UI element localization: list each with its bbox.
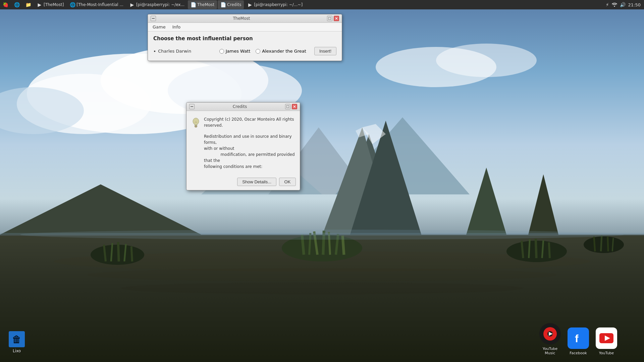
svg-rect-28 xyxy=(328,232,331,255)
browser-icon: 🌐 xyxy=(14,2,19,7)
taskbar-pi-terminal2[interactable]: ▶ [pi@raspberrypi: ~/...~] xyxy=(245,0,305,9)
svg-rect-60 xyxy=(195,127,197,127)
ok-button[interactable]: OK xyxy=(279,178,296,186)
taskbar-time: 21:50 xyxy=(628,2,641,7)
facebook-dock-icon[interactable]: f Facebook xyxy=(568,327,589,355)
taskbar-credits-window[interactable]: 📄 Credits xyxy=(218,0,244,9)
svg-rect-51 xyxy=(328,17,331,20)
svg-rect-39 xyxy=(528,239,531,258)
svg-rect-27 xyxy=(322,231,325,255)
volume-icon: 🔊 xyxy=(620,2,626,7)
credits-titlebar[interactable]: Credits xyxy=(186,103,300,111)
svg-marker-17 xyxy=(503,174,584,335)
svg-rect-54 xyxy=(191,106,193,107)
svg-rect-32 xyxy=(103,245,107,261)
youtube-dock-icon[interactable]: YouTube xyxy=(596,327,617,355)
radio-james-watt-input[interactable] xyxy=(219,49,224,54)
youtube-label: YouTube xyxy=(599,351,614,355)
svg-rect-24 xyxy=(301,235,305,255)
svg-rect-59 xyxy=(195,126,197,127)
credits-controls-right xyxy=(285,104,297,109)
facebook-label: Facebook xyxy=(570,351,587,355)
taskbar-themost-window[interactable]: 📄 TheMost xyxy=(188,0,217,9)
menu-info[interactable]: Info xyxy=(169,23,184,31)
taskbar-browser[interactable]: 🌐 xyxy=(11,0,22,9)
credits-body-text: Redistribution and use in source and bin… xyxy=(204,133,295,170)
credits-minimize-btn[interactable] xyxy=(189,104,195,109)
youtube-music-label: YouTubeMusic xyxy=(543,347,558,355)
svg-rect-38 xyxy=(521,241,524,258)
pi-terminal-icon: ▶ xyxy=(129,2,135,7)
taskbar-credits-window-label: Credits xyxy=(227,2,241,7)
svg-point-23 xyxy=(282,235,362,261)
themost-window-controls xyxy=(151,16,156,21)
svg-point-7 xyxy=(436,44,537,77)
svg-rect-35 xyxy=(123,244,127,261)
taskbar-files[interactable]: 📁 xyxy=(23,0,34,9)
taskbar-pi-terminal2-label: [pi@raspberrypi: ~/...~] xyxy=(254,2,303,7)
svg-rect-41 xyxy=(541,240,544,258)
taskbar-themost-browser[interactable]: 🌐 [The-Most-Influential ... xyxy=(67,0,126,9)
radio-alexander-input[interactable] xyxy=(256,49,260,54)
radio-alexander[interactable]: Alexander the Great xyxy=(256,49,306,54)
themost-window-controls-right xyxy=(327,16,339,21)
trash-desktop-icon[interactable]: 🗑 Lixo xyxy=(3,329,30,355)
taskbar-terminal1[interactable]: ▶ [TheMost] xyxy=(34,0,66,9)
svg-rect-48 xyxy=(0,233,644,236)
menu-game[interactable]: Game xyxy=(149,23,169,31)
wifi-icon xyxy=(612,2,617,8)
question-title: Choose the most influential person xyxy=(153,36,336,42)
radio-james-watt-label: James Watt xyxy=(226,49,251,54)
show-details-button[interactable]: Show Details... xyxy=(237,178,276,186)
svg-marker-16 xyxy=(436,168,537,335)
radio-james-watt[interactable]: James Watt xyxy=(219,49,251,54)
left-choice: • Charles Darwin xyxy=(153,49,191,54)
svg-marker-18 xyxy=(0,184,201,362)
themost-close-btn[interactable] xyxy=(334,16,339,21)
bluetooth-icon: ⚡ xyxy=(606,2,609,7)
svg-point-49 xyxy=(20,230,624,240)
taskbar-raspberry[interactable]: 🍓 xyxy=(0,0,11,9)
insert-button[interactable]: Insert! xyxy=(314,47,336,55)
taskbar-left: 🍓 🌐 📁 ▶ [TheMost] 🌐 [The-Most-Influentia… xyxy=(0,0,606,9)
themost-window-title: TheMost xyxy=(156,16,327,21)
themost-titlebar[interactable]: TheMost xyxy=(148,14,342,23)
svg-point-37 xyxy=(506,241,567,262)
left-choice-label: Charles Darwin xyxy=(158,49,191,54)
svg-marker-9 xyxy=(335,117,470,194)
taskbar-themost-browser-label: [The-Most-Influential ... xyxy=(76,2,123,7)
taskbar-right: ⚡ 🔊 21:50 xyxy=(606,2,644,8)
credits-maximize-btn[interactable] xyxy=(285,104,290,109)
credits-window-icon: 📄 xyxy=(220,2,226,7)
credits-dialog: Credits Copyright (c) 2020, Osc xyxy=(186,102,300,190)
svg-marker-11 xyxy=(302,134,436,335)
taskbar-pi-terminal-label: [pi@raspberrypi: ~/ex... xyxy=(136,2,184,7)
bullet-dot: • xyxy=(153,49,156,54)
youtube-music-dock-icon[interactable]: YouTubeMusic xyxy=(539,323,561,355)
themost-content: Choose the most influential person • Cha… xyxy=(148,32,342,61)
svg-rect-50 xyxy=(152,18,155,19)
trash-icon-img: 🗑 xyxy=(9,331,25,347)
taskbar-terminal1-label: [TheMost] xyxy=(44,2,64,7)
svg-rect-47 xyxy=(612,238,614,251)
themost-maximize-btn[interactable] xyxy=(327,16,332,21)
credits-close-btn[interactable] xyxy=(292,104,297,109)
taskbar-themost-window-label: TheMost xyxy=(197,2,214,7)
svg-point-31 xyxy=(91,245,144,265)
svg-point-5 xyxy=(0,87,84,134)
trash-icon-label: Lixo xyxy=(13,349,21,353)
taskbar-pi-terminal[interactable]: ▶ [pi@raspberrypi: ~/ex... xyxy=(127,0,187,9)
svg-point-20 xyxy=(54,251,590,272)
svg-rect-30 xyxy=(341,236,345,255)
svg-point-22 xyxy=(121,282,523,294)
taskbar: 🍓 🌐 📁 ▶ [TheMost] 🌐 [The-Most-Influentia… xyxy=(0,0,644,9)
facebook-icon-img: f xyxy=(568,327,589,349)
credits-body: Copyright (c) 2020, Oscar Monteiro All r… xyxy=(186,111,300,175)
themost-browser-icon: 🌐 xyxy=(70,2,75,7)
youtube-icon-img xyxy=(596,327,617,349)
themost-window: TheMost Game Info Choose the most influe… xyxy=(148,14,342,61)
svg-rect-34 xyxy=(117,242,120,261)
svg-rect-42 xyxy=(548,242,551,258)
credits-copyright: Copyright (c) 2020, Oscar Monteiro All r… xyxy=(204,116,295,128)
themost-minimize-btn[interactable] xyxy=(151,16,156,21)
